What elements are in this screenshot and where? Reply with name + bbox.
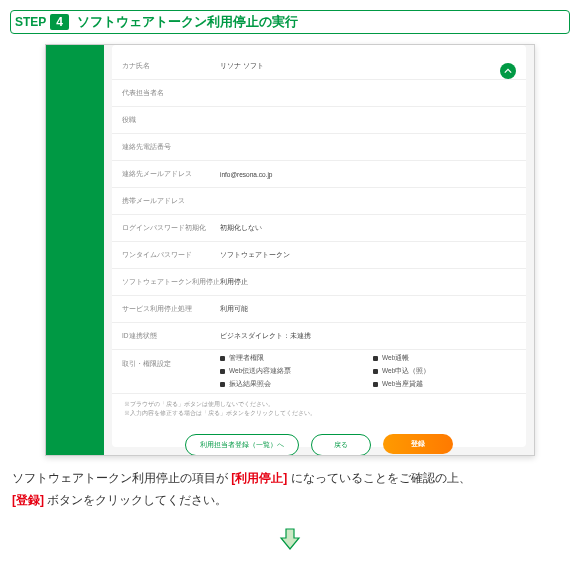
permission-item: Web伝送内容連絡票 (220, 367, 363, 376)
form-row: カナ氏名リソナ ソフト (112, 53, 526, 80)
field-label: ID連携状態 (122, 332, 220, 341)
permission-item: 振込結果照会 (220, 380, 363, 389)
note-line: ※入力内容を修正する場合は「戻る」ボタンをクリックしてください。 (124, 409, 514, 418)
field-label: 連絡先電話番号 (122, 143, 220, 152)
form-row: サービス利用停止処理利用可能 (112, 296, 526, 323)
form-panel: カナ氏名リソナ ソフト 代表担当者名 役職 連絡先電話番号 連絡先メールアドレス… (112, 45, 526, 447)
back-to-list-button[interactable]: 利用担当者登録（一覧）へ (185, 434, 299, 456)
field-label: サービス利用停止処理 (122, 305, 220, 314)
instruction-text: ソフトウェアトークン利用停止の項目が [利用停止] になっていることをご確認の上… (12, 468, 568, 511)
field-label: 携帯メールアドレス (122, 197, 220, 206)
permissions-grid: 管理者権限 Web通帳 Web伝送内容連絡票 Web申込（照） 振込結果照会 W… (220, 354, 516, 389)
field-label: ワンタイムパスワード (122, 251, 220, 260)
permission-item: Web通帳 (373, 354, 516, 363)
field-value: 利用可能 (220, 305, 516, 314)
chevron-up-icon (504, 67, 512, 75)
field-label: ログインパスワード初期化 (122, 224, 220, 233)
form-row: ログインパスワード初期化初期化しない (112, 215, 526, 242)
form-notes: ※ブラウザの「戻る」ボタンは使用しないでください。 ※入力内容を修正する場合は「… (112, 394, 526, 424)
form-row: ソフトウェアトークン利用停止利用停止 (112, 269, 526, 296)
field-value: ビジネスダイレクト：未連携 (220, 332, 516, 341)
field-value: info@resona.co.jp (220, 171, 516, 178)
form-row: 連絡先電話番号 (112, 134, 526, 161)
form-row: 代表担当者名 (112, 80, 526, 107)
form-row: 役職 (112, 107, 526, 134)
field-label: ソフトウェアトークン利用停止 (122, 278, 220, 287)
arrow-down-icon (10, 525, 570, 551)
field-label: 役職 (122, 116, 220, 125)
field-label: 代表担当者名 (122, 89, 220, 98)
step-number: 4 (50, 14, 69, 30)
permission-item: Web当座貸越 (373, 380, 516, 389)
embedded-screenshot: カナ氏名リソナ ソフト 代表担当者名 役職 連絡先電話番号 連絡先メールアドレス… (45, 44, 535, 456)
field-value: ソフトウェアトークン (220, 251, 516, 260)
permission-item: Web申込（照） (373, 367, 516, 376)
field-label: 連絡先メールアドレス (122, 170, 220, 179)
form-row: ワンタイムパスワードソフトウェアトークン (112, 242, 526, 269)
field-value: 初期化しない (220, 224, 516, 233)
form-row: 携帯メールアドレス (112, 188, 526, 215)
instruction-highlight: [利用停止] (231, 471, 287, 485)
back-button[interactable]: 戻る (311, 434, 371, 456)
instruction-part: になっていることをご確認の上、 (287, 471, 470, 485)
step-label: STEP (15, 15, 46, 29)
field-label: カナ氏名 (122, 62, 220, 71)
form-actions: 利用担当者登録（一覧）へ 戻る 登録 (112, 424, 526, 456)
instruction-part: ボタンをクリックしてください。 (44, 493, 227, 507)
field-value: リソナ ソフト (220, 62, 516, 71)
permissions-row: 取引・権限設定 管理者権限 Web通帳 Web伝送内容連絡票 Web申込（照） … (112, 350, 526, 394)
form-row: 連絡先メールアドレスinfo@resona.co.jp (112, 161, 526, 188)
step-header: STEP 4 ソフトウェアトークン利用停止の実行 (10, 10, 570, 34)
instruction-highlight: [登録] (12, 493, 44, 507)
scroll-top-button[interactable] (500, 63, 516, 79)
form-rows: カナ氏名リソナ ソフト 代表担当者名 役職 連絡先電話番号 連絡先メールアドレス… (112, 45, 526, 394)
step-title: ソフトウェアトークン利用停止の実行 (77, 13, 298, 31)
register-button[interactable]: 登録 (383, 434, 453, 454)
instruction-part: ソフトウェアトークン利用停止の項目が (12, 471, 231, 485)
field-value: 利用停止 (220, 278, 516, 287)
permission-item: 管理者権限 (220, 354, 363, 363)
form-row: ID連携状態ビジネスダイレクト：未連携 (112, 323, 526, 350)
note-line: ※ブラウザの「戻る」ボタンは使用しないでください。 (124, 400, 514, 409)
field-label: 取引・権限設定 (122, 354, 220, 389)
sidebar-strip (46, 45, 104, 455)
